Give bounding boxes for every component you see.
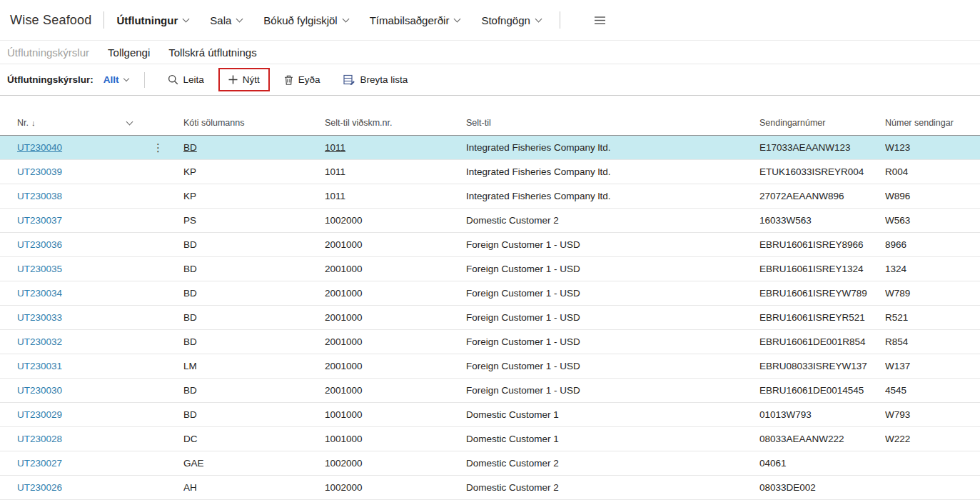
cell-nr: UT230026	[0, 482, 183, 493]
cell-salesperson: LM	[183, 361, 325, 371]
toolbar-divider	[144, 72, 145, 88]
cell-shipmentnumber: W563	[885, 215, 980, 226]
nav-item-sala[interactable]: Sala	[210, 14, 242, 26]
edit-list-icon	[343, 74, 355, 85]
record-link[interactable]: UT230038	[17, 191, 62, 201]
new-button[interactable]: Nýtt	[226, 73, 263, 86]
record-link[interactable]: UT230029	[17, 409, 62, 420]
cell-salesperson: BD	[183, 312, 325, 323]
record-link[interactable]: UT230036	[17, 239, 62, 250]
search-button[interactable]: Leita	[165, 73, 207, 86]
record-link[interactable]: UT230040	[17, 142, 62, 153]
cell-shipmentno: EBRU16061ISREY1324	[759, 264, 885, 274]
record-link[interactable]: UT230033	[17, 312, 62, 323]
cell-nr: UT230037	[0, 215, 183, 226]
subnav-item-tollgengi[interactable]: Tollgengi	[108, 46, 150, 59]
edit-list-button[interactable]: Breyta lista	[340, 73, 411, 86]
record-link[interactable]: UT230028	[17, 434, 62, 444]
table-row[interactable]: UT230027 GAE 1002000 Domestic Customer 2…	[0, 451, 980, 476]
column-options-chevron-icon[interactable]	[126, 118, 133, 125]
table-row[interactable]: UT230030 BD 2001000 Foreign Customer 1 -…	[0, 379, 980, 403]
table-row[interactable]: UT230026 AH 1002000 Domestic Customer 2 …	[0, 476, 980, 500]
cell-nr: UT230038	[0, 191, 183, 201]
chevron-down-icon	[183, 15, 190, 22]
delete-button[interactable]: Eyða	[281, 73, 323, 86]
more-menu-button[interactable]	[591, 13, 609, 28]
table-row[interactable]: UT230040 ⋮ BD 1011 Integrated Fisheries …	[0, 136, 980, 160]
cell-custno: 1002000	[325, 215, 466, 226]
subnav-item-tollskra-utflutnings[interactable]: Tollskrá útflutnings	[168, 46, 256, 59]
table-row[interactable]: UT230031 LM 2001000 Foreign Customer 1 -…	[0, 354, 980, 379]
annotation-highlight-box: Nýtt	[218, 68, 270, 91]
cell-nr: UT230034	[0, 288, 183, 299]
cell-salesperson: KP	[183, 166, 325, 177]
cell-custno: 2001000	[325, 361, 466, 371]
cell-sellto: Domestic Customer 2	[466, 458, 759, 469]
cell-custno: 1001000	[325, 409, 466, 420]
cell-sellto: Foreign Customer 1 - USD	[466, 361, 759, 371]
cell-shipmentnumber: W123	[885, 142, 980, 153]
cell-shipmentnumber: 8966	[885, 239, 980, 250]
record-link[interactable]: UT230027	[17, 458, 62, 469]
column-header-shipmentnumber[interactable]: Númer sendingar	[885, 118, 980, 128]
nav-item-utflutningur[interactable]: Útflutningur	[116, 14, 188, 26]
cell-nr: UT230031	[0, 361, 183, 371]
record-link[interactable]: UT230031	[17, 361, 62, 371]
record-link[interactable]: UT230039	[17, 166, 62, 177]
table-row[interactable]: UT230037 PS 1002000 Domestic Customer 2 …	[0, 209, 980, 233]
cell-sellto: Foreign Customer 1 - USD	[466, 288, 759, 299]
nav-item-bokud-fylgiskjol[interactable]: Bókuð fylgiskjöl	[263, 14, 348, 26]
cell-shipmentnumber: W137	[885, 361, 980, 371]
table-row[interactable]: UT230038 KP 1011 Integrated Fisheries Co…	[0, 184, 980, 209]
table-row[interactable]: UT230029 BD 1001000 Domestic Customer 1 …	[0, 403, 980, 427]
cell-shipmentno: EBRU16061DE001R854	[759, 336, 885, 347]
cell-salesperson: BD	[183, 239, 325, 250]
cell-salesperson: BD	[183, 336, 325, 347]
cell-shipmentno: EBRU08033ISREYW137	[759, 361, 885, 371]
table-row[interactable]: UT230036 BD 2001000 Foreign Customer 1 -…	[0, 233, 980, 257]
table-body: UT230040 ⋮ BD 1011 Integrated Fisheries …	[0, 136, 980, 500]
record-link[interactable]: UT230026	[17, 482, 62, 493]
chevron-down-icon	[535, 15, 542, 22]
column-header-custno[interactable]: Selt-til viðskm.nr.	[325, 118, 466, 128]
cell-sellto: Foreign Customer 1 - USD	[466, 264, 759, 274]
chevron-down-icon	[454, 15, 461, 22]
record-link[interactable]: UT230035	[17, 264, 62, 274]
column-header-salesperson[interactable]: Kóti sölumanns	[183, 118, 325, 128]
row-ellipsis[interactable]: ⋮	[153, 142, 163, 153]
record-link[interactable]: UT230034	[17, 288, 62, 299]
nav-divider	[560, 11, 560, 29]
hamburger-icon	[594, 16, 606, 25]
record-link[interactable]: UT230030	[17, 385, 62, 396]
record-link[interactable]: UT230037	[17, 215, 62, 226]
table-row[interactable]: UT230039 KP 1011 Integrated Fisheries Co…	[0, 160, 980, 184]
cell-nr: UT230040 ⋮	[0, 142, 183, 153]
table-row[interactable]: UT230032 BD 2001000 Foreign Customer 1 -…	[0, 330, 980, 354]
column-header-shipmentno[interactable]: Sendingarnúmer	[759, 118, 885, 128]
table-row[interactable]: UT230033 BD 2001000 Foreign Customer 1 -…	[0, 306, 980, 330]
cell-salesperson: BD	[183, 409, 325, 420]
cell-nr: UT230028	[0, 434, 183, 444]
cell-shipmentno: EBRU16061ISREYW789	[759, 288, 885, 299]
table-row[interactable]: UT230028 DC 1001000 Domestic Customer 1 …	[0, 427, 980, 451]
cell-salesperson: PS	[183, 215, 325, 226]
table-row[interactable]: UT230035 BD 2001000 Foreign Customer 1 -…	[0, 257, 980, 281]
cell-shipmentno: E17033AEAANW123	[759, 142, 885, 153]
cell-shipmentnumber: W789	[885, 288, 980, 299]
cell-sellto: Foreign Customer 1 - USD	[466, 312, 759, 323]
cell-shipmentnumber: 4545	[885, 385, 980, 396]
nav-item-stofngogn[interactable]: Stofngögn	[481, 14, 540, 26]
view-filter-dropdown[interactable]: Allt	[103, 74, 128, 85]
column-header-sellto[interactable]: Selt-til	[466, 118, 759, 128]
nav-item-timabilsadgerdir[interactable]: Tímabilsaðgerðir	[370, 14, 460, 26]
cell-custno: 2001000	[325, 288, 466, 299]
record-link[interactable]: UT230032	[17, 336, 62, 347]
cell-nr: UT230033	[0, 312, 183, 323]
cell-shipmentno: EBRU16061ISREY8966	[759, 239, 885, 250]
cell-nr: UT230032	[0, 336, 183, 347]
cell-shipmentnumber: R521	[885, 312, 980, 323]
cell-shipmentno: 27072AEAANW896	[759, 191, 885, 201]
column-header-nr[interactable]: Nr. ↓	[0, 118, 183, 128]
table-row[interactable]: UT230034 BD 2001000 Foreign Customer 1 -…	[0, 281, 980, 306]
export-declarations-list: Nr. ↓ Kóti sölumanns Selt-til viðskm.nr.…	[0, 111, 980, 500]
